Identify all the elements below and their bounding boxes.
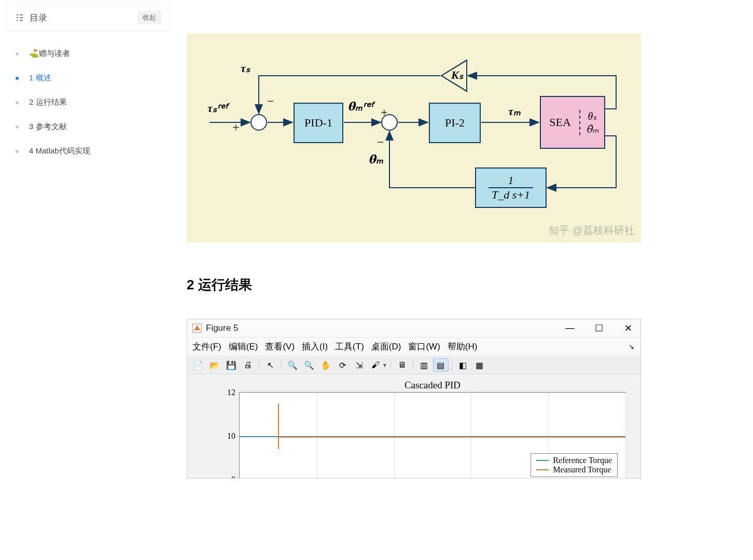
menu-item[interactable]: 窗口(W) [408,341,440,353]
toc-header: 目录 收起 [6,4,170,31]
y-tick-label: 12 [227,388,235,397]
legend-entry: Measured Torque [536,465,612,474]
sign-minus-2: − [377,135,384,149]
toolbar-separator [452,359,452,371]
summing-junction-1 [250,114,267,131]
toc-item-label: ⛳赠与读者 [29,49,70,59]
block-delay: 1 T_d s+1 [475,167,547,208]
toolbar: 📄📂💾🖨↖🔍🔍✋⟳⇲🖌▼🖥▥▤◧▦ [187,356,640,374]
matlab-logo-icon [192,324,202,333]
gridline-vertical [471,393,471,478]
legend-label: Measured Torque [553,465,611,474]
toc-bullet-icon [16,52,19,55]
toolbar-separator [413,359,413,371]
toc-item[interactable]: ⛳赠与读者 [11,44,170,64]
zoom-out-button[interactable]: 🔍 [301,358,317,372]
toc-bullet-icon [16,125,19,129]
toc-bullet-icon [16,101,19,104]
toolbar-separator [259,359,259,371]
plot-area: Cascaded PID 12108 Reference TorqueMeasu… [187,374,640,478]
sea-output-theta-s: θₛ [580,110,604,122]
gridline-vertical [625,393,626,478]
toc-item-label: 2 运行结果 [29,97,67,107]
toc-icon [15,13,24,22]
tile-button[interactable]: ▦ [472,358,487,372]
legend-swatch-icon [536,460,549,461]
new-file-button[interactable]: 📄 [190,358,206,372]
block-pid1: PID-1 [294,103,343,143]
toolbar-separator [281,359,282,371]
toc-list: ⛳赠与读者1 概述2 运行结果3 参考文献4 Matlab代码实现 [6,31,170,161]
signal-thetadot-m-ref: θ̇ₘʳᵉᶠ [347,100,374,114]
menu-item[interactable]: 插入(I) [302,341,328,353]
block-sea-label: SEA [541,116,579,129]
brush-dropdown-icon[interactable]: ▼ [382,362,387,368]
open-file-button[interactable]: 📂 [207,358,222,372]
pan-hand-button[interactable]: ✋ [318,358,333,372]
plot-title: Cascaded PID [239,380,626,391]
window-maximize-button[interactable]: ☐ [592,323,606,334]
toc-item[interactable]: 1 概述 [11,68,170,88]
menubar: 文件(F)编辑(E)查看(V)插入(I)工具(T)桌面(D)窗口(W)帮助(H)… [187,337,640,356]
zoom-in-button[interactable]: 🔍 [285,358,300,372]
data-cursor-button[interactable]: ⇲ [351,358,367,372]
toc-title: 目录 [30,12,47,24]
legend-label: Reference Torque [553,456,612,465]
watermark: 知乎 @荔枝科研社 [549,223,635,237]
menu-item[interactable]: 帮助(H) [448,341,478,353]
delay-denominator: T_d s+1 [489,187,533,202]
block-diagram: PID-1 PI-2 SEA θₛ θ̇ₘ 1 T_d s+1 Kₛ τₛʳᵉᶠ… [187,33,641,243]
menubar-overflow-icon[interactable]: ↘ [629,343,634,351]
signal-tau-m: τₘ [508,105,521,118]
menu-item[interactable]: 文件(F) [192,341,221,353]
signal-thetadot-m: θ̇ₘ [368,152,383,166]
sign-minus-1: − [267,94,274,108]
menu-item[interactable]: 编辑(E) [229,341,258,353]
menu-item[interactable]: 桌面(D) [371,341,401,353]
print-button[interactable]: 🖨 [240,358,256,372]
menu-item[interactable]: 查看(V) [265,341,295,353]
toc-item-label: 3 参考文献 [29,122,67,132]
save-file-button[interactable]: 💾 [224,358,239,372]
toc-bullet-icon [16,150,19,153]
sea-output-thetadot-m: θ̇ₘ [580,122,604,135]
measured-torque-spike [278,403,279,449]
matlab-figure-window: Figure 5 — ☐ ✕ 文件(F)编辑(E)查看(V)插入(I)工具(T)… [187,319,641,479]
toc-item[interactable]: 3 参考文献 [11,117,170,137]
delay-numerator: 1 [508,174,514,187]
gridline-vertical [317,393,317,478]
legend-swatch-icon [536,469,549,470]
toc-collapse-button[interactable]: 收起 [137,11,161,24]
block-sea: SEA θₛ θ̇ₘ [540,96,605,149]
sign-plus-1: + [232,120,240,134]
gridline [240,393,625,393]
show-plot-tools-right-button[interactable]: ▤ [433,358,449,372]
y-tick-label: 10 [227,431,235,441]
legend-entry: Reference Torque [536,456,612,465]
signal-tau-s-ref: τₛʳᵉᶠ [207,102,228,115]
block-pi2: PI-2 [429,103,481,143]
toc-item[interactable]: 2 运行结果 [11,92,170,113]
link-axes-button[interactable]: 🖥 [394,358,410,372]
toc-item-label: 4 Matlab代码实现 [29,146,90,156]
gain-label: Kₛ [451,68,463,82]
toc-bullet-icon [16,77,19,80]
brush-button[interactable]: 🖌 [368,358,383,372]
toc-item[interactable]: 4 Matlab代码实现 [11,141,170,161]
signal-tau-s: τₛ [241,62,250,75]
sign-plus-2: + [381,105,388,119]
y-tick-label: 8 [231,475,235,478]
show-plot-tools-left-button[interactable]: ▥ [416,358,432,372]
window-minimize-button[interactable]: — [563,323,577,334]
window-close-button[interactable]: ✕ [621,323,635,334]
section-2-heading: 2 运行结果 [187,276,753,294]
dock-button[interactable]: ◧ [455,358,471,372]
gridline-vertical [394,393,395,478]
measured-torque-line [278,437,625,438]
toolbar-separator [391,359,391,371]
pointer-button[interactable]: ↖ [262,358,278,372]
menu-item[interactable]: 工具(T) [335,341,364,353]
rotate-3d-button[interactable]: ⟳ [334,358,350,372]
window-titlebar: Figure 5 — ☐ ✕ [187,319,640,337]
window-title: Figure 5 [206,323,238,333]
